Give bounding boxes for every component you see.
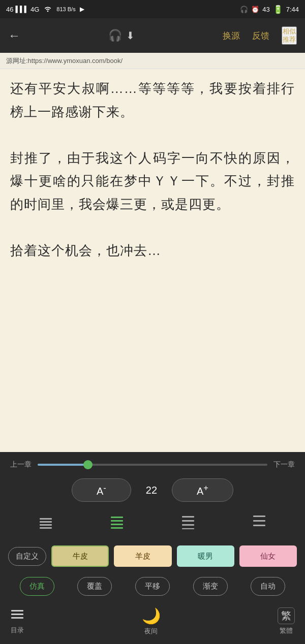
- svg-rect-11: [182, 528, 194, 529]
- signal-bars: ▌▌▌: [15, 6, 28, 13]
- prev-chapter-label: 上一章: [10, 460, 32, 469]
- spacing-row: [0, 507, 305, 540]
- toolbar-left: ←: [8, 28, 20, 43]
- night-mode-button[interactable]: 🌙 夜间: [142, 607, 161, 636]
- next-chapter-label: 下一章: [273, 460, 295, 469]
- svg-rect-7: [111, 527, 123, 529]
- toolbar: ← 🎧 ⬇ 换源 反馈 相似推荐: [0, 18, 305, 53]
- svg-rect-9: [182, 520, 194, 522]
- decrease-font-button[interactable]: A-: [72, 478, 131, 502]
- increase-font-button[interactable]: A+: [172, 478, 233, 502]
- svg-rect-8: [182, 516, 194, 518]
- reading-paragraph-2: 封推了，由于我这个人码字一向不快的原因，爆十更啥的只能在梦中ＹＹ一下。不过，封推…: [10, 150, 295, 212]
- similar-button[interactable]: 相似推荐: [282, 26, 297, 44]
- reading-paragraph-1: 还有平安大叔啊……等等等等，我要按着排行榜上一路感谢下来。: [10, 81, 295, 119]
- svg-rect-16: [11, 610, 23, 611]
- pageturn-fanzhen-button[interactable]: 仿真: [20, 577, 54, 596]
- theme-niupi-button[interactable]: 牛皮: [51, 545, 109, 567]
- page-turn-row: 仿真 覆盖 平移 渐变 自动: [0, 572, 305, 601]
- svg-rect-17: [11, 614, 23, 615]
- url-bar: 源网址:https://www.ymoxuan.com/book/: [0, 53, 305, 69]
- traditional-label: 繁體: [280, 626, 293, 635]
- bottom-panel: 上一章 下一章 A- 22 A+: [0, 452, 305, 644]
- font-size-row: A- 22 A+: [0, 473, 305, 507]
- status-left: 46 ▌▌▌ 4G 813 B/s ▶: [6, 5, 84, 14]
- slider-row: 上一章 下一章: [0, 452, 305, 473]
- catalog-button[interactable]: 目录: [10, 608, 24, 635]
- download-icon[interactable]: ⬇: [126, 29, 135, 42]
- svg-rect-6: [111, 524, 123, 525]
- wifi-icon: [43, 5, 52, 14]
- theme-xiannv-button[interactable]: 仙女: [239, 545, 297, 567]
- spacing-medium-button[interactable]: [103, 512, 131, 535]
- fankui-button[interactable]: 反馈: [252, 30, 269, 42]
- svg-rect-2: [40, 524, 52, 526]
- night-label: 夜间: [144, 627, 158, 636]
- traditional-icon: 繁: [278, 607, 295, 624]
- battery-icon: 🔋: [273, 5, 283, 14]
- svg-rect-0: [40, 518, 52, 520]
- toolbar-icons: 🎧 ⬇: [108, 29, 135, 42]
- reading-paragraph-3: 拾着这个机会，也冲去…: [10, 243, 161, 258]
- traditional-button[interactable]: 繁 繁體: [278, 607, 295, 635]
- reading-area: 还有平安大叔啊……等等等等，我要按着排行榜上一路感谢下来。 封推了，由于我这个人…: [0, 69, 305, 368]
- play-icon: ▶: [80, 6, 84, 13]
- data-speed: 813 B/s: [56, 6, 75, 12]
- signal-text: 46: [6, 6, 13, 13]
- reading-fade: [0, 337, 305, 368]
- pageturn-jianbian-button[interactable]: 渐变: [193, 577, 228, 596]
- svg-rect-4: [111, 517, 123, 518]
- night-icon: 🌙: [142, 607, 161, 625]
- pageturn-fugai-button[interactable]: 覆盖: [77, 577, 112, 596]
- theme-row: 自定义 牛皮 羊皮 暖男 仙女: [0, 540, 305, 572]
- status-right: 🎧 ⏰ 43 🔋 7:44: [240, 5, 299, 14]
- svg-rect-12: [253, 516, 265, 517]
- bottom-icons-row: 目录 🌙 夜间 繁 繁體: [0, 601, 305, 644]
- network-type: 4G: [30, 6, 39, 13]
- headphone-status-icon: 🎧: [240, 6, 248, 13]
- url-text: 源网址:https://www.ymoxuan.com/book/: [6, 56, 123, 66]
- catalog-label: 目录: [11, 626, 24, 635]
- svg-rect-3: [40, 527, 52, 529]
- svg-rect-18: [11, 617, 23, 619]
- headphone-icon[interactable]: 🎧: [108, 29, 122, 42]
- theme-custom-button[interactable]: 自定义: [8, 547, 46, 566]
- back-button[interactable]: ←: [8, 28, 20, 43]
- spacing-wide-button[interactable]: [174, 512, 202, 535]
- battery-level: 43: [262, 6, 269, 13]
- reading-text: 还有平安大叔啊……等等等等，我要按着排行榜上一路感谢下来。 封推了，由于我这个人…: [10, 77, 295, 262]
- toolbar-center: 换源 反馈 相似推荐: [223, 26, 297, 44]
- theme-yangpi-button[interactable]: 羊皮: [114, 545, 171, 567]
- svg-rect-13: [253, 520, 265, 522]
- catalog-icon: [10, 608, 24, 624]
- slider-thumb[interactable]: [83, 460, 93, 469]
- theme-nuannan-button[interactable]: 暖男: [177, 545, 234, 567]
- svg-rect-10: [182, 524, 194, 526]
- spacing-tight-button[interactable]: [32, 513, 60, 534]
- svg-rect-14: [253, 525, 265, 526]
- huanyuan-button[interactable]: 换源: [223, 30, 240, 42]
- font-size-value: 22: [141, 485, 162, 496]
- chapter-slider-track[interactable]: [38, 464, 267, 466]
- slider-fill: [38, 464, 88, 466]
- svg-rect-1: [40, 521, 52, 523]
- spacing-wider-button[interactable]: [245, 512, 273, 535]
- status-bar: 46 ▌▌▌ 4G 813 B/s ▶ 🎧 ⏰ 43 🔋 7:44: [0, 0, 305, 18]
- time-display: 7:44: [286, 6, 299, 13]
- alarm-icon: ⏰: [251, 6, 259, 13]
- svg-rect-5: [111, 520, 123, 522]
- pageturn-auto-button[interactable]: 自动: [251, 577, 285, 596]
- pageturn-pingyi-button[interactable]: 平移: [135, 577, 170, 596]
